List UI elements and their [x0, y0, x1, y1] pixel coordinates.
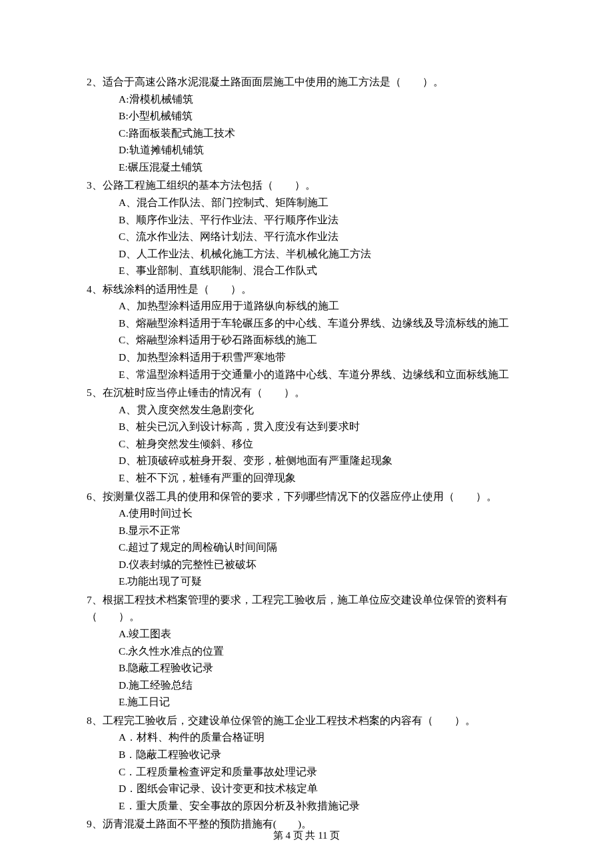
- question-stem: 5、在沉桩时应当停止锤击的情况有（ ）。: [87, 384, 530, 401]
- question-options: A.竣工图表 C.永久性水准点的位置 B.隐蔽工程验收记录 D.施工经验总结 E…: [87, 625, 530, 711]
- question-7: 7、根据工程技术档案管理的要求，工程完工验收后，施工单位应交建设单位保管的资料有…: [87, 591, 530, 711]
- option: E、事业部制、直线职能制、混合工作队式: [119, 262, 530, 279]
- option: D、人工作业法、机械化施工方法、半机械化施工方法: [119, 245, 530, 263]
- option: B．隐蔽工程验收记录: [119, 746, 530, 763]
- option: E、桩不下沉，桩锤有严重的回弹现象: [119, 469, 530, 487]
- question-stem: 8、工程完工验收后，交建设单位保管的施工企业工程技术档案的内容有（ ）。: [87, 712, 530, 729]
- option: E:碾压混凝土铺筑: [119, 159, 530, 176]
- option: A、贯入度突然发生急剧变化: [119, 401, 530, 419]
- question-2: 2、适合于高速公路水泥混凝土路面面层施工中使用的施工方法是（ ）。 A:滑模机械…: [87, 73, 530, 175]
- option: B.隐蔽工程验收记录: [119, 659, 530, 677]
- option: C、流水作业法、网络计划法、平行流水作业法: [119, 228, 530, 245]
- question-options: A:滑模机械铺筑 B:小型机械铺筑 C:路面板装配式施工技术 D:轨道摊铺机铺筑…: [87, 91, 530, 176]
- question-6: 6、按测量仪器工具的使用和保管的要求，下列哪些情况下的仪器应停止使用（ ）。 A…: [87, 488, 530, 590]
- option: E.施工日记: [119, 693, 530, 711]
- exam-page: 2、适合于高速公路水泥混凝土路面面层施工中使用的施工方法是（ ）。 A:滑模机械…: [0, 0, 613, 868]
- question-stem: 3、公路工程施工组织的基本方法包括（ ）。: [87, 177, 530, 194]
- question-options: A、加热型涂料适用应用于道路纵向标线的施工 B、熔融型涂料适用于车轮碾压多的中心…: [87, 297, 530, 383]
- option: C．工程质量检查评定和质量事故处理记录: [119, 763, 530, 781]
- option: C.永久性水准点的位置: [119, 643, 530, 660]
- option: C、桩身突然发生倾斜、移位: [119, 435, 530, 453]
- option: D、加热型涂料适用于积雪严寒地带: [119, 349, 530, 366]
- question-options: A.使用时间过长 B.显示不正常 C.超过了规定的周检确认时间间隔 D.仪表封缄…: [87, 505, 530, 590]
- question-3: 3、公路工程施工组织的基本方法包括（ ）。 A、混合工作队法、部门控制式、矩阵制…: [87, 177, 530, 279]
- question-stem: 4、标线涂料的适用性是（ ）。: [87, 281, 530, 298]
- option: D.施工经验总结: [119, 677, 530, 694]
- option: B.显示不正常: [119, 522, 530, 539]
- question-5: 5、在沉桩时应当停止锤击的情况有（ ）。 A、贯入度突然发生急剧变化 B、桩尖已…: [87, 384, 530, 486]
- option: B、顺序作业法、平行作业法、平行顺序作业法: [119, 211, 530, 229]
- option: A、混合工作队法、部门控制式、矩阵制施工: [119, 194, 530, 211]
- option: A.竣工图表: [119, 625, 530, 643]
- question-stem: 6、按测量仪器工具的使用和保管的要求，下列哪些情况下的仪器应停止使用（ ）。: [87, 488, 530, 505]
- question-options: A、混合工作队法、部门控制式、矩阵制施工 B、顺序作业法、平行作业法、平行顺序作…: [87, 194, 530, 279]
- question-4: 4、标线涂料的适用性是（ ）。 A、加热型涂料适用应用于道路纵向标线的施工 B、…: [87, 281, 530, 383]
- option: E.功能出现了可疑: [119, 573, 530, 590]
- option: A.使用时间过长: [119, 505, 530, 522]
- option: C:路面板装配式施工技术: [119, 125, 530, 142]
- option: D、桩顶破碎或桩身开裂、变形，桩侧地面有严重隆起现象: [119, 452, 530, 469]
- question-stem: 2、适合于高速公路水泥混凝土路面面层施工中使用的施工方法是（ ）。: [87, 73, 530, 91]
- option: B:小型机械铺筑: [119, 107, 530, 125]
- option: A、加热型涂料适用应用于道路纵向标线的施工: [119, 297, 530, 315]
- option: E、常温型涂料适用于交通量小的道路中心线、车道分界线、边缘线和立面标线施工: [119, 366, 530, 383]
- option: B、熔融型涂料适用于车轮碾压多的中心线、车道分界线、边缘线及导流标线的施工: [119, 315, 530, 332]
- option: B、桩尖已沉入到设计标高，贯入度没有达到要求时: [119, 418, 530, 435]
- option: E．重大质量、安全事故的原因分析及补救措施记录: [119, 797, 530, 815]
- option: D:轨道摊铺机铺筑: [119, 141, 530, 159]
- question-stem: 7、根据工程技术档案管理的要求，工程完工验收后，施工单位应交建设单位保管的资料有…: [87, 591, 530, 625]
- option: D.仪表封缄的完整性已被破坏: [119, 556, 530, 573]
- question-8: 8、工程完工验收后，交建设单位保管的施工企业工程技术档案的内容有（ ）。 A．材…: [87, 712, 530, 814]
- question-options: A、贯入度突然发生急剧变化 B、桩尖已沉入到设计标高，贯入度没有达到要求时 C、…: [87, 401, 530, 487]
- option: C.超过了规定的周检确认时间间隔: [119, 539, 530, 556]
- question-options: A．材料、构件的质量合格证明 B．隐蔽工程验收记录 C．工程质量检查评定和质量事…: [87, 729, 530, 814]
- page-footer: 第 4 页 共 11 页: [0, 827, 613, 844]
- option: D．图纸会审记录、设计变更和技术核定单: [119, 780, 530, 797]
- option: A:滑模机械铺筑: [119, 91, 530, 108]
- option: A．材料、构件的质量合格证明: [119, 729, 530, 746]
- option: C、熔融型涂料适用于砂石路面标线的施工: [119, 331, 530, 349]
